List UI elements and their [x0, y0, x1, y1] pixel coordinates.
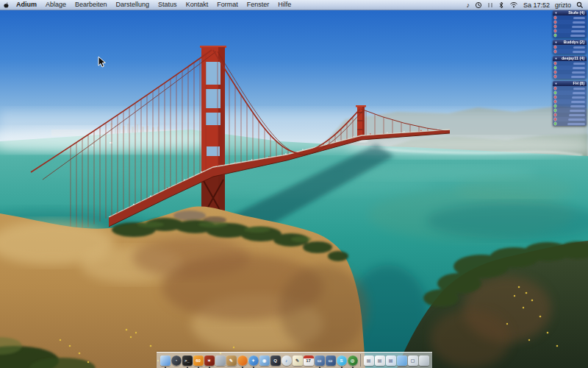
buddy-name-blurred — [573, 46, 585, 49]
dock-icon-orange-app[interactable]: 60 — [193, 355, 204, 366]
buddy-row[interactable] — [553, 49, 587, 54]
buddy-name-blurred — [572, 26, 585, 28]
buddy-name-blurred — [571, 101, 585, 103]
menu-status[interactable]: Status — [154, 1, 182, 8]
menu-hilfe[interactable]: Hilfe — [273, 1, 295, 8]
menu-app-name[interactable]: Adium — [12, 0, 41, 10]
disclosure-triangle-icon[interactable]: ▼ — [553, 57, 559, 61]
status-icons: ♪ — [466, 0, 518, 10]
buddy-name-blurred — [573, 21, 585, 24]
status-away-icon — [554, 75, 556, 79]
buddy-name-blurred — [571, 76, 585, 78]
buddy-group-header[interactable]: ▼Buddys (2) — [553, 40, 587, 45]
dock-icon-safari[interactable]: ✦ — [248, 355, 259, 366]
buddy-group-header[interactable]: ▼deejay11 (4) — [553, 56, 587, 61]
desktop-wallpaper — [0, 0, 588, 368]
buddy-group-label: Buddys (2) — [564, 40, 587, 44]
menu-bearbeiten[interactable]: Bearbeiten — [71, 1, 112, 8]
status-away-icon — [554, 16, 556, 20]
buddy-group-window: ▼deejay11 (4) — [553, 56, 587, 79]
menu-format[interactable]: Format — [212, 1, 243, 8]
buddy-group-window: ▼Stufe (4) — [553, 10, 587, 38]
buddy-group-label: Stufe (4) — [568, 10, 587, 15]
status-away-icon — [554, 118, 556, 121]
buddy-name-blurred — [570, 35, 585, 37]
dock-icon-folder-documents[interactable] — [397, 355, 407, 366]
buddy-row[interactable] — [553, 74, 587, 79]
dock-icon-gray-app[interactable] — [215, 355, 226, 366]
status-away-icon — [554, 62, 556, 66]
spotlight-icon[interactable] — [576, 0, 584, 10]
buddy-group-header[interactable]: ▼Stufe (4) — [553, 10, 587, 15]
buddy-name-blurred — [567, 123, 585, 125]
status-online-icon — [554, 109, 556, 113]
buddy-name-blurred — [573, 92, 585, 94]
mouse-cursor — [98, 56, 107, 69]
dim-status-icon[interactable] — [487, 0, 493, 10]
dock-icon-trash[interactable] — [419, 355, 429, 366]
dock-icon-firefox[interactable] — [237, 355, 248, 366]
dock-icon-monitor-app[interactable]: ▭ — [326, 355, 336, 366]
status-away-icon — [554, 100, 556, 104]
dock-icon-textedit[interactable]: ✎ — [293, 355, 303, 366]
dock-icon-paint-app[interactable]: ✎ — [226, 355, 237, 366]
dock-icon-terminal[interactable]: >_ — [182, 355, 193, 366]
buddy-name-blurred — [568, 118, 585, 121]
dock-icon-quicktime[interactable]: Q — [270, 355, 281, 366]
menu-darstellung[interactable]: Darstellung — [112, 1, 154, 8]
status-away-icon — [554, 21, 556, 24]
dock-icon-preview[interactable]: ◉ — [259, 355, 270, 366]
status-online-icon — [554, 91, 556, 95]
desktop: Adium AblageBearbeitenDarstellungStatusK… — [0, 0, 588, 368]
status-away-icon — [554, 25, 556, 29]
dock-icon-document-1[interactable]: ▤ — [364, 355, 374, 366]
buddy-group-window: ▼Buddys (2) — [553, 40, 587, 54]
bluetooth-icon[interactable] — [498, 0, 504, 10]
buddy-name-blurred — [573, 63, 585, 65]
dock-icon-finder[interactable] — [160, 355, 171, 366]
menu-bar: Adium AblageBearbeitenDarstellungStatusK… — [0, 0, 588, 10]
dock-icon-document-2[interactable]: ▤ — [375, 355, 385, 366]
dock-icon-ical[interactable]: 17 — [304, 355, 314, 366]
buddy-name-blurred — [573, 51, 585, 53]
buddy-name-blurred — [572, 96, 585, 99]
menu-bar-clock[interactable]: Sa 17:52 — [523, 1, 550, 9]
buddy-group-window: ▼FH (8) — [553, 81, 587, 126]
dock-icon-skype[interactable]: S — [337, 355, 347, 366]
fast-user-switch-menu[interactable]: grizto — [555, 1, 571, 9]
status-online-icon — [554, 66, 556, 70]
disclosure-triangle-icon[interactable]: ▼ — [553, 40, 559, 45]
status-online-icon — [554, 34, 556, 38]
menu-ablage[interactable]: Ablage — [41, 1, 71, 8]
menu-kontakt[interactable]: Kontakt — [182, 1, 213, 8]
buddy-row[interactable] — [553, 121, 587, 126]
clock-icon[interactable] — [475, 0, 482, 10]
disclosure-triangle-icon[interactable]: ▼ — [553, 82, 559, 86]
buddy-group-header[interactable]: ▼FH (8) — [553, 81, 587, 86]
dock-icon-minimized-window[interactable]: ▢ — [408, 355, 418, 366]
wifi-icon[interactable] — [509, 0, 518, 10]
status-online-icon — [554, 105, 556, 108]
buddy-name-blurred — [573, 17, 585, 19]
dock-icon-red-app[interactable]: ✶ — [204, 355, 215, 366]
menu-items: AblageBearbeitenDarstellungStatusKontakt… — [41, 0, 295, 10]
buddy-name-blurred — [573, 67, 585, 69]
menu-fenster[interactable]: Fenster — [243, 1, 274, 8]
dock-icon-green-app[interactable]: ◎ — [348, 355, 358, 366]
apple-icon — [3, 1, 10, 9]
menu-bar-status-area: ♪ Sa 17:52 grizto — [466, 0, 588, 10]
buddy-row[interactable] — [553, 33, 587, 38]
dock-icon-document-3[interactable]: ▤ — [386, 355, 396, 366]
status-away-icon — [554, 29, 556, 33]
status-online-icon — [554, 122, 556, 126]
dock-icon-itunes[interactable]: ♪ — [282, 355, 292, 366]
status-away-icon — [554, 113, 556, 117]
buddy-name-blurred — [572, 71, 585, 74]
apple-menu[interactable] — [0, 1, 12, 9]
status-away-icon — [554, 71, 556, 74]
music-note-icon[interactable]: ♪ — [466, 0, 470, 10]
dock-icon-display-app[interactable]: ▭ — [315, 355, 325, 366]
dock-icon-dashboard[interactable]: ◔ — [171, 355, 182, 366]
dock: ◔>_60✶✎✦◉Q♪✎17▭▭S◎▤▤▤▢ — [157, 352, 432, 368]
disclosure-triangle-icon[interactable]: ▼ — [553, 11, 559, 15]
